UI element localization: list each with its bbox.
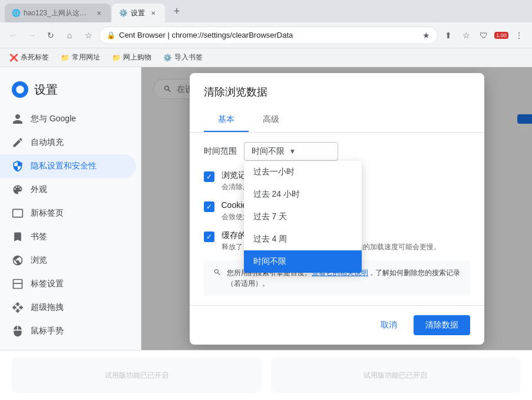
settings-logo [12, 81, 28, 98]
dropdown-item-24hour[interactable]: 过去 24 小时 [244, 183, 362, 206]
bottom-card-1: 试用版功能已已开启 [12, 358, 262, 393]
dialog-footer: 取消 清除数据 [190, 305, 484, 345]
bottom-area: 试用版功能已已开启 试用版功能已已开启 [0, 350, 532, 400]
bottom-card-2: 试用版功能已已开启 [271, 358, 521, 393]
time-range-value: 时间不限 [252, 146, 285, 157]
time-range-dropdown: 过去一小时 过去 24 小时 过去 7 天 过去 4 周 时间不限 [244, 161, 362, 273]
back-button[interactable]: ← [5, 27, 21, 44]
sidebar-item-mouse[interactable]: 鼠标手势 [0, 319, 136, 343]
time-range-row: 时间范围 时间不限 ▼ 过去一小时 过去 24 小时 过去 7 天 [204, 142, 470, 161]
main-content: 设置 您与 Google 自动填充 隐私设置和安全性 外观 新标签页 [0, 67, 532, 350]
cancel-button[interactable]: 取消 [369, 315, 409, 335]
common-url-icon: 📁 [61, 54, 70, 62]
tab-bar: 🌐 hao123_上网从这里开始 ✕ ⚙️ 设置 ✕ + [0, 0, 532, 22]
sidebar-item-super-drag[interactable]: 超级拖拽 [0, 296, 136, 319]
tab-title-settings: 设置 [131, 8, 145, 18]
extension-icon[interactable]: 1.00 [493, 27, 510, 44]
sidebar-item-google[interactable]: 您与 Google [0, 107, 136, 131]
clear-data-dialog: 清除浏览数据 基本 高级 时间范围 时间不限 ▼ [190, 73, 484, 345]
bookmark-kill-tab[interactable]: ❌ 杀死标签 [5, 51, 54, 64]
bookmarks-bar: ❌ 杀死标签 📁 常用网址 📁 网上购物 ⚙️ 导入书签 [0, 48, 532, 67]
sidebar-item-appearance[interactable]: 外观 [0, 178, 136, 201]
forward-button[interactable]: → [24, 27, 40, 44]
sidebar-item-privacy[interactable]: 隐私设置和安全性 [0, 154, 136, 178]
tab-close-settings[interactable]: ✕ [148, 8, 158, 18]
menu-icon[interactable]: ⋮ [511, 27, 527, 44]
checkbox-cache[interactable]: ✓ [204, 232, 214, 242]
checkbox-history[interactable]: ✓ [204, 171, 214, 182]
checkmark-icon: ✓ [206, 173, 212, 181]
bookmark-import[interactable]: ⚙️ 导入书签 [158, 51, 207, 64]
tab-favicon-hao123: 🌐 [12, 9, 20, 17]
time-range-select[interactable]: 时间不限 ▼ [244, 142, 338, 161]
dialog-title: 清除浏览数据 [190, 73, 484, 108]
time-range-select-wrapper: 时间不限 ▼ 过去一小时 过去 24 小时 过去 7 天 过去 4 周 时间不限 [244, 142, 338, 161]
tab-close-hao123[interactable]: ✕ [94, 8, 104, 18]
dropdown-item-1hour[interactable]: 过去一小时 [244, 161, 362, 183]
sidebar-item-search[interactable]: 搜索引擎 [0, 343, 136, 350]
settings-sidebar: 设置 您与 Google 自动填充 隐私设置和安全性 外观 新标签页 [0, 67, 141, 350]
page-content: 立即 清除浏览数据 基本 高级 时间范围 [141, 67, 532, 350]
dialog-body: 时间范围 时间不限 ▼ 过去一小时 过去 24 小时 过去 7 天 [190, 133, 484, 305]
modal-overlay: 清除浏览数据 基本 高级 时间范围 时间不限 ▼ [141, 67, 532, 350]
sidebar-item-bookmarks[interactable]: 书签 [0, 225, 136, 249]
tab-favicon-settings: ⚙️ [119, 9, 127, 17]
bookmark-menu-icon[interactable]: ☆ [458, 27, 474, 44]
dropdown-item-4weeks[interactable]: 过去 4 周 [244, 228, 362, 250]
tab-settings[interactable]: ⚙️ 设置 ✕ [112, 4, 165, 22]
kill-tab-icon: ❌ [9, 54, 18, 62]
shopping-icon: 📁 [112, 54, 121, 62]
bookmark-common-url[interactable]: 📁 常用网址 [56, 51, 105, 64]
dropdown-item-7days[interactable]: 过去 7 天 [244, 206, 362, 228]
tab-title-hao123: hao123_上网从这里开始 [24, 8, 91, 18]
settings-title: 设置 [34, 82, 58, 98]
share-icon[interactable]: ⬆ [440, 27, 457, 44]
home-button[interactable]: ⌂ [61, 27, 78, 44]
clear-button[interactable]: 清除数据 [414, 315, 470, 335]
checkmark-icon-3: ✓ [206, 233, 212, 241]
toolbar-icons: ⬆ ☆ 🛡 1.00 ⋮ [440, 27, 527, 44]
shield-toolbar-icon[interactable]: 🛡 [475, 27, 492, 44]
address-input[interactable]: 🔒 Cent Browser | chrome://settings/clear… [99, 27, 438, 44]
lock-icon: 🔒 [107, 31, 115, 39]
reload-button[interactable]: ↻ [42, 27, 59, 44]
bookmark-shopping[interactable]: 📁 网上购物 [107, 51, 156, 64]
info-icon [213, 267, 222, 277]
checkmark-icon-2: ✓ [206, 203, 212, 211]
new-tab-button[interactable]: + [168, 3, 185, 19]
badge: 1.00 [494, 32, 508, 39]
address-text: Cent Browser | chrome://settings/clearBr… [119, 31, 419, 39]
address-bar: ← → ↻ ⌂ ☆ 🔒 Cent Browser | chrome://sett… [0, 22, 532, 48]
sidebar-item-browser[interactable]: 浏览 [0, 249, 136, 272]
browser-frame: 🌐 hao123_上网从这里开始 ✕ ⚙️ 设置 ✕ + ← → ↻ ⌂ ☆ 🔒… [0, 0, 532, 400]
tab-hao123[interactable]: 🌐 hao123_上网从这里开始 ✕ [5, 4, 111, 22]
settings-header: 设置 [0, 77, 141, 107]
sidebar-item-autofill[interactable]: 自动填充 [0, 131, 136, 154]
dialog-tab-basic[interactable]: 基本 [204, 108, 249, 132]
dialog-tab-advanced[interactable]: 高级 [249, 108, 293, 132]
bookmark-star-button[interactable]: ☆ [80, 27, 97, 44]
time-range-label: 时间范围 [204, 146, 237, 157]
import-icon: ⚙️ [163, 54, 172, 62]
dialog-tabs: 基本 高级 [190, 108, 484, 133]
checkbox-cookies[interactable]: ✓ [204, 201, 214, 212]
sidebar-item-tabs[interactable]: 标签设置 [0, 272, 136, 296]
sidebar-item-newtab[interactable]: 新标签页 [0, 201, 136, 225]
dropdown-arrow-icon: ▼ [289, 147, 296, 156]
bookmark-icon[interactable]: ★ [422, 31, 430, 40]
dropdown-item-all-time[interactable]: 时间不限 [244, 250, 362, 273]
